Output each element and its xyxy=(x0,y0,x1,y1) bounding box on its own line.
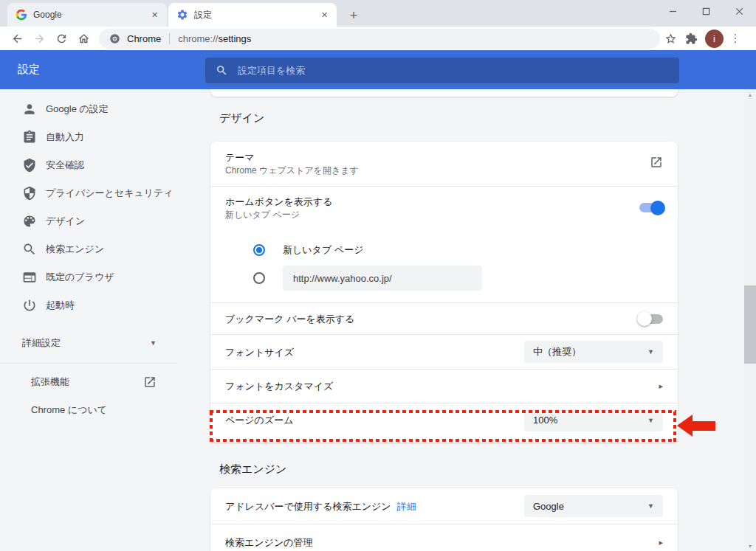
url-host: settings xyxy=(218,33,251,44)
font-size-select[interactable]: 中（推奨） ▼ xyxy=(524,341,663,363)
google-favicon xyxy=(16,9,27,21)
url-scheme: chrome:// xyxy=(178,33,218,44)
manage-search-engines-row[interactable]: 検索エンジンの管理 ▸ xyxy=(210,524,678,551)
sidebar-item-advanced[interactable]: 詳細設定 ▼ xyxy=(0,329,177,357)
dropdown-arrow-icon: ▼ xyxy=(647,417,654,424)
page-title: 設定 xyxy=(18,50,40,89)
page-zoom-title: ページのズーム xyxy=(225,413,524,427)
show-bookmarks-bar-row: ブックマーク バーを表示する xyxy=(210,303,678,334)
search-icon xyxy=(22,242,37,257)
sidebar-item-extensions[interactable]: 拡張機能 xyxy=(0,368,177,396)
tab-settings[interactable]: 設定 ✕ xyxy=(168,3,337,27)
profile-avatar[interactable]: i xyxy=(705,30,724,48)
new-tab-page-option[interactable]: 新しいタブ ページ xyxy=(253,236,663,264)
window-controls xyxy=(656,0,756,22)
sidebar-item-google-settings[interactable]: Google の設定 xyxy=(0,95,177,123)
settings-content: デザイン テーマ Chrome ウェブストアを開きます ホームボタンを表示する xyxy=(177,89,744,551)
new-tab-button[interactable]: + xyxy=(344,6,363,25)
customize-fonts-row[interactable]: フォントをカスタマイズ ▸ xyxy=(210,370,678,403)
page-zoom-row: ページのズーム 100% ▼ xyxy=(210,403,678,437)
sidebar-item-on-startup[interactable]: 起動時 xyxy=(0,291,177,319)
browser-toolbar: Chrome chrome://settings i ⋮ xyxy=(0,27,756,50)
chevron-down-icon: ▼ xyxy=(150,339,157,347)
radio-unselected-icon[interactable] xyxy=(253,272,265,284)
address-bar[interactable]: Chrome chrome://settings xyxy=(99,29,660,49)
show-home-button-row: ホームボタンを表示する 新しいタブ ページ xyxy=(210,187,678,229)
browser-window: Google ✕ 設定 ✕ + xyxy=(0,0,756,551)
font-size-title: フォントサイズ xyxy=(225,345,524,359)
minimize-icon[interactable] xyxy=(656,0,690,22)
close-tab-icon[interactable]: ✕ xyxy=(318,9,331,21)
sidebar-item-privacy[interactable]: プライバシーとセキュリティ xyxy=(0,179,177,207)
tab-bar: Google ✕ 設定 ✕ + xyxy=(0,0,756,27)
theme-row[interactable]: テーマ Chrome ウェブストアを開きます xyxy=(210,142,678,186)
scroll-down-icon[interactable]: ▼ xyxy=(744,541,756,551)
forward-icon xyxy=(28,28,50,49)
sidebar-item-search-engine[interactable]: 検索エンジン xyxy=(0,235,177,263)
custom-homepage-option[interactable] xyxy=(253,264,663,292)
learn-more-link[interactable]: 詳細 xyxy=(397,501,416,512)
chevron-right-icon: ▸ xyxy=(659,538,663,547)
scrollbar[interactable]: ▲ ▼ xyxy=(744,89,756,551)
theme-subtitle: Chrome ウェブストアを開きます xyxy=(225,164,650,177)
theme-title: テーマ xyxy=(225,150,650,164)
sidebar-item-autofill[interactable]: 自動入力 xyxy=(0,123,177,151)
extensions-puzzle-icon[interactable] xyxy=(681,28,701,49)
appearance-card: テーマ Chrome ウェブストアを開きます ホームボタンを表示する 新しいタブ… xyxy=(210,142,678,443)
default-search-engine-row: アドレスバーで使用する検索エンジン詳細 Google ▼ xyxy=(210,488,678,524)
back-icon[interactable] xyxy=(6,28,28,49)
chevron-right-icon: ▸ xyxy=(659,381,663,391)
dropdown-arrow-icon: ▼ xyxy=(647,348,654,356)
show-home-button-subtitle: 新しいタブ ページ xyxy=(225,209,639,221)
radio-selected-icon[interactable] xyxy=(253,244,265,256)
previous-section-card-edge xyxy=(210,89,678,97)
sidebar-item-default-browser[interactable]: 既定のブラウザ xyxy=(0,263,177,291)
reload-icon[interactable] xyxy=(50,28,72,49)
bookmark-star-icon[interactable] xyxy=(660,28,681,49)
chrome-page-icon xyxy=(109,33,120,44)
power-icon xyxy=(22,298,37,313)
home-page-options: 新しいタブ ページ xyxy=(210,229,678,302)
custom-homepage-input[interactable] xyxy=(283,266,482,291)
close-window-icon[interactable] xyxy=(723,0,756,22)
home-icon[interactable] xyxy=(72,28,94,49)
open-in-new-icon xyxy=(143,375,157,389)
search-engine-card: アドレスバーで使用する検索エンジン詳細 Google ▼ 検索エンジンの管理 ▸ xyxy=(210,488,678,551)
sidebar-item-safety-check[interactable]: 安全確認 xyxy=(0,151,177,179)
open-in-new-icon xyxy=(650,156,663,172)
browser-menu-icon[interactable]: ⋮ xyxy=(727,28,743,49)
manage-search-engines-title: 検索エンジンの管理 xyxy=(225,536,659,550)
show-home-button-title: ホームボタンを表示する xyxy=(225,195,639,209)
omnibox-separator xyxy=(169,33,170,44)
person-icon xyxy=(22,102,37,117)
search-icon xyxy=(216,64,228,77)
close-tab-icon[interactable]: ✕ xyxy=(148,9,161,21)
palette-icon xyxy=(22,214,37,229)
home-button-toggle[interactable] xyxy=(639,203,663,212)
gear-icon xyxy=(176,9,188,21)
maximize-icon[interactable] xyxy=(690,0,723,22)
bookmarks-bar-toggle[interactable] xyxy=(639,314,663,324)
show-bookmarks-bar-title: ブックマーク バーを表示する xyxy=(225,312,639,326)
settings-search-box[interactable] xyxy=(205,58,679,83)
autofill-icon xyxy=(22,130,37,145)
scroll-up-icon[interactable]: ▲ xyxy=(744,89,756,100)
red-arrow-annotation xyxy=(677,415,715,437)
site-name: Chrome xyxy=(127,33,161,44)
scrollbar-thumb[interactable] xyxy=(744,285,756,364)
settings-sidebar: Google の設定 自動入力 安全確認 プライバシーとセキュリティ デザイン … xyxy=(0,89,177,551)
sidebar-item-appearance[interactable]: デザイン xyxy=(0,207,177,235)
tab-title: 設定 xyxy=(194,9,318,21)
sidebar-item-about-chrome[interactable]: Chrome について xyxy=(0,396,177,424)
tab-google[interactable]: Google ✕ xyxy=(7,3,167,27)
safety-check-icon xyxy=(22,158,37,173)
customize-fonts-title: フォントをカスタマイズ xyxy=(225,379,659,393)
search-engine-select[interactable]: Google ▼ xyxy=(524,495,663,517)
tab-title: Google xyxy=(33,10,148,20)
settings-search-input[interactable] xyxy=(238,65,669,76)
section-title-appearance: デザイン xyxy=(219,111,264,125)
sidebar-divider xyxy=(0,363,177,364)
browser-icon xyxy=(22,270,37,285)
section-title-search-engine: 検索エンジン xyxy=(219,462,286,477)
page-zoom-select[interactable]: 100% ▼ xyxy=(524,409,663,432)
